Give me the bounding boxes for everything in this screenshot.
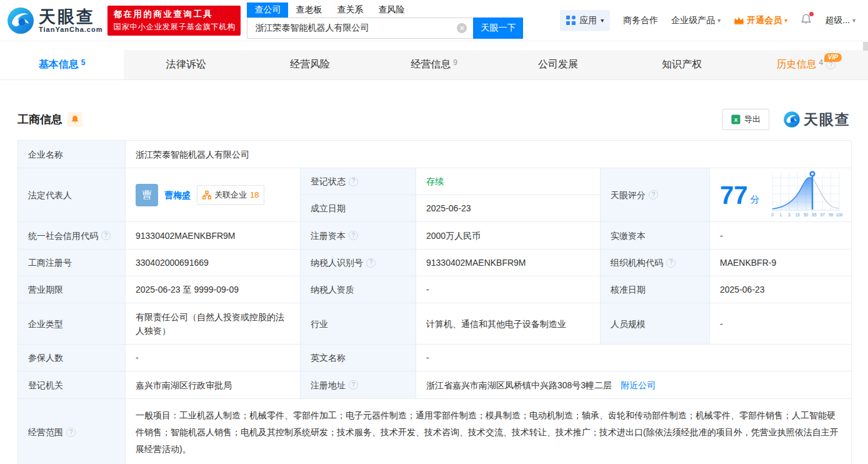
svg-text:15: 15	[795, 213, 800, 217]
legal-rep-name-link[interactable]: 曹梅盛	[164, 188, 191, 203]
help-icon[interactable]: ?	[66, 428, 76, 437]
tab-basic-info[interactable]: 基本信息 5	[0, 50, 124, 79]
logo-brand-text: 天眼查	[39, 8, 102, 26]
nav-enterprise[interactable]: 企业级产品 ▾	[671, 15, 721, 26]
notification-dot	[809, 12, 814, 16]
export-label: 导出	[744, 114, 761, 125]
value-industry: 计算机、通信和其他电子设备制造业	[416, 303, 601, 345]
help-icon[interactable]: ?	[366, 258, 376, 268]
apps-grid-icon	[566, 16, 576, 25]
business-info-table: 企业名称 浙江荣泰智能机器人有限公司 法定代表人 曹 曹梅盛 关联企业 18 登…	[17, 140, 851, 464]
value-establish-date: 2025-06-23	[416, 195, 601, 222]
label-taxpayer-id: 纳税人识别号?	[301, 250, 416, 276]
tab-label: 经营信息	[411, 58, 451, 71]
tianyancha-swirl-icon	[783, 111, 801, 128]
clear-icon[interactable]: ✕	[457, 23, 467, 33]
svg-text:100: 100	[836, 213, 842, 217]
crown-icon	[734, 16, 744, 24]
svg-text:97: 97	[820, 213, 825, 217]
nav-cooperation[interactable]: 商务合作	[623, 15, 658, 26]
nav-open-vip[interactable]: 开通会员 ▾	[734, 15, 787, 26]
search-area: 查公司 查老板 查关系 查风险 ✕ 天眼一下	[247, 3, 523, 39]
value-insured-count: -	[126, 345, 301, 371]
tab-operation-info[interactable]: 经营信息 9	[372, 50, 496, 79]
site-logo[interactable]: 天眼查 TianYanCha.com	[6, 6, 102, 35]
label-approval-date: 核准日期	[601, 276, 710, 303]
search-tabs: 查公司 查老板 查关系 查风险	[247, 3, 523, 18]
help-icon[interactable]: ?	[649, 190, 658, 199]
tab-history-info[interactable]: VIP 历史信息 4 ?	[744, 50, 868, 79]
watermark-logo: 天眼查	[783, 110, 851, 129]
chevron-down-icon: ▾	[852, 17, 856, 24]
help-icon[interactable]: ?	[349, 231, 358, 240]
svg-text:X: X	[734, 117, 737, 123]
value-legal-rep: 曹 曹梅盛 关联企业 18	[126, 168, 301, 222]
search-tab-boss[interactable]: 查老板	[288, 3, 329, 18]
avatar[interactable]: 曹	[136, 184, 158, 206]
tab-label: 法律诉讼	[166, 58, 206, 71]
nav-user-label: 超级...	[825, 15, 850, 26]
value-reg-authority: 嘉兴市南湖区行政审批局	[126, 371, 301, 399]
chevron-down-icon: ▾	[784, 17, 787, 24]
nav-apps-label: 应用	[579, 15, 597, 26]
nav-apps[interactable]: 应用 ▾	[560, 10, 610, 31]
tab-count: 5	[81, 58, 86, 67]
label-industry: 行业	[301, 303, 416, 345]
main-content: 工商信息 X 导出 天眼查	[0, 109, 868, 464]
tab-label: 基本信息	[39, 58, 79, 71]
label-paid-capital: 实缴资本	[601, 222, 710, 250]
value-taxpayer-quality: -	[416, 276, 601, 303]
tab-intellectual-property[interactable]: 知识产权	[620, 50, 744, 79]
score-unit: 分	[751, 192, 760, 207]
tab-label: 历史信息	[776, 58, 816, 71]
tab-operation-risk[interactable]: 经营风险	[248, 50, 372, 79]
label-reg-authority: 登记机关	[18, 371, 126, 399]
nav-vip-label: 开通会员	[747, 15, 782, 26]
tab-company-development[interactable]: 公司发展	[496, 50, 620, 79]
label-org-code: 组织机构代码?	[601, 250, 710, 276]
value-score: 77 分	[710, 168, 852, 222]
scrollbar-thumb[interactable]	[863, 42, 868, 51]
svg-text:99: 99	[828, 213, 833, 217]
value-reg-number: 330402000691669	[126, 250, 301, 276]
search-tab-relation[interactable]: 查关系	[329, 3, 371, 18]
notifications-bell[interactable]	[801, 14, 812, 27]
search-tab-risk[interactable]: 查风险	[371, 3, 412, 18]
help-icon[interactable]: ?	[666, 258, 676, 268]
value-paid-capital: -	[710, 222, 852, 250]
label-staff-size: 人员规模	[601, 303, 710, 345]
top-header: 天眼查 TianYanCha.com 都在用的商业查询工具 国家中小企业发展子基…	[0, 0, 868, 41]
export-button[interactable]: X 导出	[722, 109, 769, 130]
promo-banner: 都在用的商业查询工具 国家中小企业发展子基金旗下机构	[107, 6, 241, 36]
help-icon[interactable]: ?	[349, 177, 358, 186]
nearby-companies-link[interactable]: 附近公司	[621, 378, 656, 393]
label-reg-capital: 注册资本?	[301, 222, 416, 250]
tab-legal-litigation[interactable]: 法律诉讼	[124, 50, 247, 79]
label-reg-status: 登记状态?	[301, 168, 416, 195]
label-business-scope: 经营范围?	[18, 399, 126, 464]
label-company-name: 企业名称	[18, 141, 126, 168]
vip-badge: VIP	[824, 53, 842, 62]
help-icon[interactable]: ?	[101, 231, 111, 240]
related-companies-label: 关联企业	[214, 188, 247, 203]
banner-line2: 国家中小企业发展子基金旗下机构	[113, 22, 235, 33]
tab-label: 经营风险	[290, 58, 330, 71]
bell-icon	[71, 115, 79, 124]
tab-label: 公司发展	[538, 58, 578, 71]
subscribe-bell-button[interactable]	[67, 112, 82, 127]
search-tab-company[interactable]: 查公司	[247, 3, 288, 18]
help-icon[interactable]: ?	[349, 380, 358, 390]
label-score: 天眼评分?	[601, 168, 710, 222]
value-company-type: 有限责任公司（自然人投资或控股的法人独资）	[126, 303, 301, 345]
related-companies-button[interactable]: 关联企业 18	[197, 185, 264, 205]
label-business-term: 营业期限	[18, 276, 126, 303]
excel-icon: X	[731, 114, 741, 124]
nav-user-menu[interactable]: 超级... ▾	[825, 15, 856, 26]
search-button[interactable]: 天眼一下	[473, 18, 523, 39]
label-reg-address: 注册地址?	[301, 371, 416, 399]
org-chart-icon	[202, 191, 211, 199]
search-input[interactable]	[247, 18, 473, 39]
section-title: 工商信息	[17, 112, 62, 127]
label-legal-rep: 法定代表人	[18, 168, 126, 222]
value-reg-status: 存续	[416, 168, 601, 195]
